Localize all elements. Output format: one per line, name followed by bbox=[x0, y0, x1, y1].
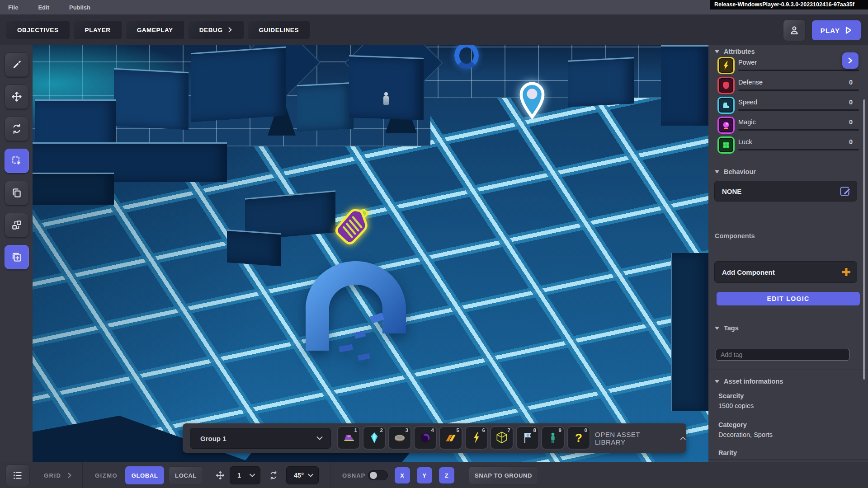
rotate-icon bbox=[11, 123, 23, 135]
local-gizmo-button[interactable]: LOCAL bbox=[169, 466, 203, 484]
tab-gameplay[interactable]: GAMEPLAY bbox=[126, 21, 184, 39]
edit-logic-button[interactable]: EDIT LOGIC bbox=[717, 292, 860, 305]
add-asset-tool-button[interactable] bbox=[5, 245, 29, 269]
play-button[interactable]: PLAY bbox=[812, 20, 861, 40]
open-asset-library-button[interactable]: OPEN ASSET LIBRARY bbox=[595, 423, 686, 453]
tab-player[interactable]: PLAYER bbox=[74, 21, 122, 39]
scene-block[interactable] bbox=[661, 45, 708, 126]
scene-arch[interactable] bbox=[304, 243, 410, 361]
scene-viewport[interactable]: Group 1 1 2 bbox=[33, 45, 708, 462]
vortex-icon bbox=[419, 431, 432, 445]
chevron-right-icon[interactable] bbox=[67, 472, 72, 479]
chevron-down-icon bbox=[307, 473, 314, 478]
tab-objectives[interactable]: OBJECTIVES bbox=[6, 21, 70, 39]
menu-publish[interactable]: Publish bbox=[69, 4, 90, 11]
left-toolbar bbox=[0, 45, 33, 462]
asset-slot-2[interactable]: 2 bbox=[363, 426, 386, 450]
scene-block[interactable] bbox=[671, 253, 708, 411]
replace-tool-button[interactable] bbox=[5, 213, 29, 237]
add-asset-icon bbox=[11, 251, 23, 263]
chevron-right-icon bbox=[227, 27, 233, 33]
tags-section-header[interactable]: Tags bbox=[715, 324, 739, 332]
asset-slot-7[interactable]: 7 bbox=[490, 426, 514, 450]
divider bbox=[708, 459, 868, 460]
asset-slot-1[interactable]: 1 bbox=[337, 426, 360, 450]
edit-pencil-icon[interactable] bbox=[840, 185, 851, 197]
person-icon bbox=[788, 24, 800, 36]
scene-block[interactable] bbox=[349, 55, 424, 120]
scene-block[interactable] bbox=[114, 68, 189, 130]
magic-slider[interactable] bbox=[738, 129, 859, 131]
duplicate-icon bbox=[11, 187, 23, 199]
behaviour-field[interactable]: NONE bbox=[714, 181, 857, 202]
asset-slot-6[interactable]: 6 bbox=[465, 426, 488, 450]
attribute-row-defense: Defense 0 bbox=[717, 77, 859, 95]
luck-slider[interactable] bbox=[738, 149, 859, 150]
add-tag-input[interactable] bbox=[716, 349, 849, 361]
selected-asset-sneaker[interactable] bbox=[330, 204, 375, 255]
move-arrows-icon bbox=[11, 91, 23, 103]
waypoint-pin[interactable] bbox=[517, 80, 547, 121]
dash-arrows-icon bbox=[444, 431, 458, 445]
menu-file[interactable]: File bbox=[8, 4, 18, 11]
add-component-button[interactable]: Add Component bbox=[714, 261, 857, 283]
scene-block[interactable] bbox=[297, 82, 354, 132]
asset-slot-4[interactable]: 4 bbox=[414, 426, 437, 450]
osnap-toggle[interactable] bbox=[368, 470, 388, 480]
rotate-tool-button[interactable] bbox=[5, 117, 29, 141]
scene-character[interactable] bbox=[383, 96, 389, 105]
tab-debug[interactable]: DEBUG bbox=[189, 21, 244, 39]
duplicate-tool-button[interactable] bbox=[5, 181, 29, 205]
grid-label[interactable]: GRID bbox=[44, 472, 61, 479]
paint-tool-button[interactable] bbox=[5, 52, 29, 77]
asset-slot-9[interactable]: 9 bbox=[541, 426, 565, 450]
axis-y-button[interactable]: Y bbox=[417, 467, 432, 483]
inspector-panel: Attributes Power 0 Defense 0 Speed bbox=[708, 45, 868, 462]
global-gizmo-button[interactable]: GLOBAL bbox=[125, 466, 164, 484]
speed-slider[interactable] bbox=[738, 109, 859, 111]
chevron-down-icon bbox=[249, 473, 255, 478]
lightning-icon bbox=[717, 57, 735, 74]
replace-icon bbox=[11, 219, 23, 231]
scarcity-value: 1500 copies bbox=[718, 402, 754, 409]
scene-block[interactable] bbox=[227, 230, 281, 266]
disc-icon bbox=[393, 431, 406, 445]
attributes-section-header[interactable]: Attributes bbox=[715, 48, 755, 55]
scene-block[interactable] bbox=[191, 47, 286, 122]
scene-list-button[interactable] bbox=[5, 465, 30, 486]
asset-slot-3[interactable]: 3 bbox=[388, 426, 411, 450]
tab-guidelines[interactable]: GUIDELINES bbox=[248, 21, 310, 39]
bottom-toolbar: GRID GIZMO GLOBAL LOCAL 1 45° OSNAP X bbox=[0, 462, 868, 488]
asset-slot-0[interactable]: ? 0 bbox=[567, 426, 590, 450]
svg-text:?: ? bbox=[575, 431, 582, 445]
menu-edit[interactable]: Edit bbox=[38, 4, 49, 11]
move-step-dropdown[interactable]: 1 bbox=[230, 466, 260, 484]
rarity-label: Rarity bbox=[718, 449, 737, 456]
shield-icon bbox=[717, 77, 735, 94]
select-tool-button[interactable] bbox=[5, 149, 29, 173]
asset-group-dropdown[interactable]: Group 1 bbox=[190, 428, 331, 449]
avatar-button[interactable] bbox=[783, 19, 806, 41]
power-slider[interactable] bbox=[738, 70, 859, 71]
osnap-label: OSNAP bbox=[342, 472, 365, 479]
axis-x-button[interactable]: X bbox=[395, 467, 410, 483]
rotate-step-dropdown[interactable]: 45° bbox=[286, 466, 319, 484]
axis-z-button[interactable]: Z bbox=[439, 467, 454, 483]
behaviour-section-header[interactable]: Behaviour bbox=[715, 168, 756, 175]
scarcity-label: Scarcity bbox=[718, 392, 744, 399]
move-tool-button[interactable] bbox=[5, 84, 29, 109]
scene-block[interactable] bbox=[568, 57, 634, 107]
collapse-panel-button[interactable] bbox=[842, 52, 859, 69]
snap-to-ground-button[interactable]: SNAP TO GROUND bbox=[469, 466, 538, 484]
asset-slot-5[interactable]: 5 bbox=[439, 426, 462, 450]
attribute-row-magic: Magic 0 bbox=[717, 117, 859, 135]
attribute-row-power: Power 0 bbox=[717, 57, 859, 75]
defense-slider[interactable] bbox=[738, 89, 859, 91]
asset-info-section-header[interactable]: Asset informations bbox=[715, 378, 783, 385]
question-mark-icon: ? bbox=[572, 431, 585, 445]
collapse-triangle-icon bbox=[715, 327, 719, 330]
plus-icon bbox=[841, 267, 851, 277]
asset-slot-8[interactable]: 8 bbox=[516, 426, 539, 450]
scrollbar[interactable] bbox=[863, 99, 865, 380]
toggle-knob bbox=[370, 472, 377, 479]
